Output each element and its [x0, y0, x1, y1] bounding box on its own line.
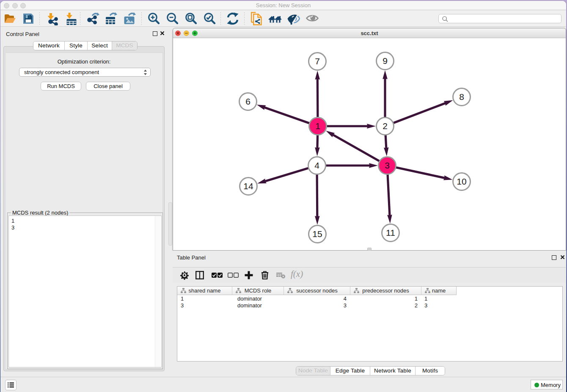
- svg-text:11: 11: [386, 228, 395, 237]
- svg-text:7: 7: [315, 56, 320, 66]
- svg-text:2: 2: [383, 121, 388, 131]
- svg-text:8: 8: [459, 92, 464, 102]
- svg-text:4: 4: [314, 160, 319, 170]
- svg-text:10: 10: [457, 177, 466, 186]
- svg-text:1: 1: [315, 121, 320, 131]
- svg-text:15: 15: [312, 229, 322, 239]
- svg-text:9: 9: [383, 56, 388, 66]
- svg-text:3: 3: [385, 160, 390, 170]
- svg-text:6: 6: [245, 97, 250, 106]
- svg-text:14: 14: [243, 181, 253, 191]
